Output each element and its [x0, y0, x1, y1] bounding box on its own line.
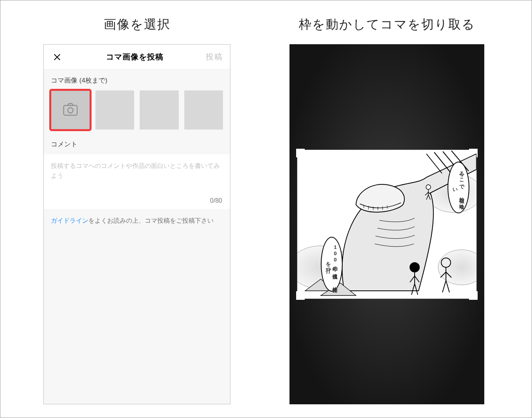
speech-bubble-2: 100年の遺恨に 終止符を打つ — [321, 237, 343, 292]
left-title: 画像を選択 — [104, 16, 171, 33]
svg-point-1 — [68, 108, 73, 113]
image-slot-add[interactable] — [51, 90, 90, 130]
crop-handle-tl[interactable] — [296, 149, 305, 157]
right-title: 枠を動かしてコマを切り取る — [299, 16, 475, 33]
comment-textarea[interactable]: 投稿するコマへのコメントや作品の面白いところを書いてみよう 0/80 — [44, 154, 230, 209]
crop-screen[interactable]: 今ここで 始祖を喰らい 100年の遺恨に 終止符を打つ — [289, 44, 484, 404]
close-icon[interactable] — [51, 51, 63, 63]
post-button[interactable]: 投稿 — [206, 52, 223, 62]
images-section-label: コマ画像 (4枚まで) — [51, 76, 223, 85]
svg-rect-0 — [64, 105, 77, 115]
crop-handle-br[interactable] — [469, 291, 478, 300]
comment-section: コメント — [44, 133, 230, 154]
screen-header: コマ画像を投稿 投稿 — [44, 45, 230, 70]
left-column: 画像を選択 コマ画像を投稿 投稿 コマ画像 (4枚まで) — [28, 16, 246, 418]
crop-handle-bl[interactable] — [296, 291, 305, 300]
image-slots — [51, 90, 223, 130]
comment-placeholder: 投稿するコマへのコメントや作品の面白いところを書いてみよう — [51, 161, 223, 181]
guideline-note: ガイドラインをよくお読みの上、コマ投稿をご投稿下さい — [44, 209, 230, 233]
images-section: コマ画像 (4枚まで) — [44, 70, 230, 133]
comment-section-label: コメント — [51, 140, 223, 149]
comment-char-counter: 0/80 — [210, 197, 222, 204]
guideline-rest: をよくお読みの上、コマ投稿をご投稿下さい — [88, 217, 214, 224]
guideline-link[interactable]: ガイドライン — [51, 217, 88, 224]
svg-point-14 — [441, 258, 451, 267]
screen-title: コマ画像を投稿 — [106, 52, 164, 62]
svg-point-13 — [410, 263, 419, 272]
camera-icon — [61, 100, 79, 120]
speech-bubble-1: 今ここで 始祖を喰らい — [448, 162, 469, 213]
svg-point-12 — [426, 185, 431, 189]
image-slot-empty[interactable] — [184, 90, 223, 130]
tutorial-two-up: 画像を選択 コマ画像を投稿 投稿 コマ画像 (4枚まで) — [0, 0, 532, 418]
crop-handle-tr[interactable] — [469, 149, 478, 157]
image-slot-empty[interactable] — [95, 90, 135, 130]
right-column: 枠を動かしてコマを切り取る — [270, 16, 504, 418]
image-slot-empty[interactable] — [140, 90, 179, 130]
crop-frame[interactable]: 今ここで 始祖を喰らい 100年の遺恨に 終止符を打つ — [297, 150, 476, 299]
post-panel-screen: コマ画像を投稿 投稿 コマ画像 (4枚まで) — [43, 44, 230, 404]
